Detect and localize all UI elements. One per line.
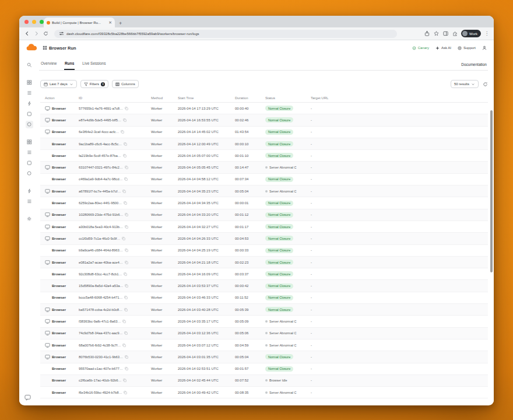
start-time-link[interactable]: 2026-04-14 03:53:37 UTC [178, 284, 219, 288]
copy-icon[interactable] [123, 379, 127, 382]
table-row[interactable]: Browser 68a007b6-fb92-4c38-9c7f… Worker … [40, 340, 488, 351]
start-time-link[interactable]: 2026-04-14 04:32:27 UTC [178, 225, 219, 229]
action-link[interactable]: Browser [52, 154, 66, 158]
back-icon[interactable] [24, 31, 30, 37]
start-time-link[interactable]: 2026-04-14 03:46:33 UTC [178, 296, 219, 299]
table-row[interactable]: Browser a30b018a-5ea3-40c4-913b… Worker … [40, 221, 488, 233]
date-range-button[interactable]: Last 7 days [40, 80, 77, 88]
action-link[interactable]: Browser [52, 249, 66, 252]
browser-profile-button[interactable]: Work [461, 30, 481, 37]
reload-icon[interactable] [43, 31, 48, 37]
site-settings-icon[interactable] [58, 31, 64, 37]
table-row[interactable]: Browser fa219b9e-5cdf-457e-87ba… Worker … [40, 150, 488, 162]
copy-icon[interactable] [125, 107, 128, 110]
support-button[interactable]: Support [458, 46, 476, 50]
start-time-link[interactable]: 2026-04-14 04:33:20 UTC [178, 213, 219, 216]
copy-icon[interactable] [124, 308, 128, 312]
table-row[interactable]: Browser 15d5890a-8a5d-42a4-a53a… Worker … [40, 280, 488, 292]
action-link[interactable]: Browser [52, 237, 66, 240]
table-row[interactable]: Browser cc1f0d59-7c1a-46c0-9c9f… Worker … [40, 233, 488, 244]
table-row[interactable]: Browser bccc5a48-6068-4254-b471… Worker … [40, 292, 488, 304]
table-row[interactable]: Browser 95570aad-c1ac-407e-b677… Worker … [40, 363, 488, 375]
action-link[interactable]: Browser [52, 296, 66, 299]
start-time-link[interactable]: 2026-04-14 05:07:00 UTC [178, 154, 219, 158]
pages-icon[interactable] [26, 110, 33, 118]
start-time-link[interactable]: 2026-04-14 04:25:19 UTC [178, 249, 219, 252]
browser-run-icon[interactable] [26, 121, 33, 128]
maximize-window-button[interactable] [40, 20, 44, 24]
start-time-link[interactable]: 2026-04-14 12:00:49 UTC [178, 142, 219, 146]
tab-overview[interactable]: Overview [40, 61, 57, 70]
feedback-bubble-icon[interactable] [24, 394, 31, 401]
tab-close-icon[interactable]: ✕ [108, 20, 112, 24]
table-row[interactable]: Browser f6e34b16-59bc-4924-b7b8… Worker … [40, 387, 488, 398]
start-time-link[interactable]: 2026-04-14 16:53:55 UTC [178, 118, 219, 122]
start-time-link[interactable]: 2026-04-14 03:01:35 UTC [178, 355, 219, 359]
close-window-button[interactable] [24, 20, 29, 24]
action-link[interactable]: Browser [52, 344, 66, 347]
table-row[interactable]: Browser f38363bc-9afb-47c1-8a63… Worker … [40, 316, 488, 327]
action-link[interactable]: Browser [52, 367, 66, 370]
action-link[interactable]: Browser [52, 261, 66, 264]
settings-icon[interactable] [26, 215, 33, 223]
copy-icon[interactable] [121, 130, 124, 134]
copy-icon[interactable] [125, 355, 128, 359]
table-row[interactable]: Browser 8076b530-0230-41c1-9b63… Worker … [40, 351, 488, 363]
copy-icon[interactable] [122, 320, 126, 323]
account-button[interactable] [482, 46, 487, 50]
queues-icon[interactable] [26, 159, 33, 167]
copy-icon[interactable] [124, 142, 127, 146]
copy-icon[interactable] [125, 261, 128, 264]
ai-icon[interactable] [26, 170, 33, 177]
copy-icon[interactable] [125, 367, 128, 370]
minimize-window-button[interactable] [32, 20, 36, 24]
analytics-icon[interactable] [26, 89, 33, 97]
action-link[interactable]: Browser [52, 177, 66, 181]
copy-icon[interactable] [125, 213, 128, 216]
copy-icon[interactable] [124, 331, 128, 335]
action-link[interactable]: Browser [52, 331, 66, 335]
copy-icon[interactable] [122, 237, 125, 240]
action-link[interactable]: Browser [52, 391, 66, 394]
ask-ai-button[interactable]: Ask AI [435, 46, 451, 50]
network-icon[interactable] [26, 187, 33, 195]
new-tab-button[interactable]: + [119, 21, 122, 26]
table-row[interactable]: Browser c2f6ca6b-17ac-40cb-92b6… Worker … [40, 375, 488, 387]
start-time-link[interactable]: 2026-04-14 04:58:12 UTC [178, 177, 219, 181]
copy-icon[interactable] [124, 391, 127, 394]
copy-icon[interactable] [124, 296, 128, 299]
home-icon[interactable] [26, 79, 33, 86]
action-link[interactable]: Browser [52, 130, 66, 134]
copy-icon[interactable] [125, 166, 128, 169]
search-icon[interactable] [26, 61, 33, 69]
table-row[interactable]: Browser 6259c2aa-80ec-44f1-9500… Worker … [40, 197, 488, 209]
start-time-link[interactable]: 2026-04-14 03:40:28 UTC [178, 308, 219, 312]
start-time-link[interactable]: 2026-04-14 02:45:44 UTC [178, 379, 219, 382]
table-row[interactable]: Browser a67891f7-bc7e-445a-b7cf… Worker … [40, 186, 488, 197]
table-row[interactable]: Browser 74c9d7b8-34aa-437c-aac9… Worker … [40, 328, 488, 340]
action-link[interactable]: Browser [52, 225, 66, 229]
table-row[interactable]: Browser ba571478-ccba-4c2d-b0c8… Worker … [40, 304, 488, 316]
action-link[interactable]: Browser [52, 379, 66, 382]
action-link[interactable]: Browser [52, 107, 66, 110]
documentation-link[interactable]: Documentation [461, 62, 487, 70]
table-row[interactable]: Browser c469a1a9-9db4-4a7c-98cd… Worker … [40, 174, 488, 186]
page-scrollbar[interactable] [490, 110, 493, 272]
start-time-link[interactable]: 2026-04-14 14:45:02 UTC [178, 130, 219, 134]
action-link[interactable]: Browser [52, 142, 66, 146]
copy-icon[interactable] [123, 118, 127, 122]
copy-icon[interactable] [124, 201, 127, 205]
storage-icon[interactable] [26, 138, 33, 146]
canary-button[interactable]: Canary [412, 46, 429, 50]
action-link[interactable]: Browser [52, 190, 66, 193]
start-time-link[interactable]: 2026-04-14 03:07:12 UTC [178, 344, 219, 347]
table-row[interactable]: Browser e87e4d9b-5de5-4495-bff5… Worker … [40, 114, 488, 126]
copy-icon[interactable] [125, 284, 128, 288]
tab-live-sessions[interactable]: Live Sessions [82, 61, 106, 70]
results-count-select[interactable]: 50 results [451, 80, 479, 88]
refresh-results-icon[interactable] [482, 81, 488, 87]
table-row[interactable]: Browser 6e3f64e2-3caf-4ccc-acfc… Worker … [40, 127, 488, 138]
side-panel-icon[interactable] [442, 31, 448, 37]
start-time-link[interactable]: 2026-04-14 04:16:09 UTC [178, 272, 219, 276]
extensions-icon[interactable] [452, 31, 458, 37]
